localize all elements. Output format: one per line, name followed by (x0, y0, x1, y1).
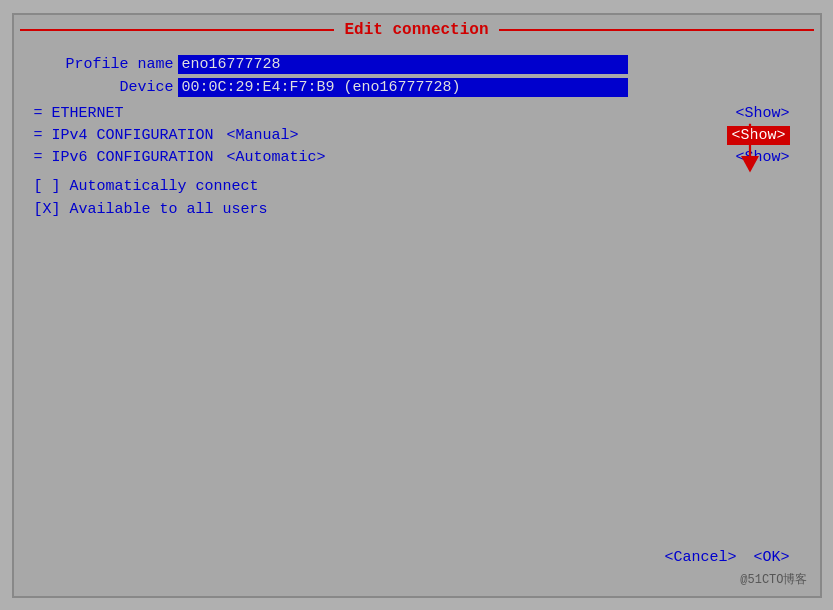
device-row: Device 00:0C:29:E4:F7:B9 (eno16777728) (34, 78, 800, 97)
ethernet-section-row: = ETHERNET <Show> (34, 105, 800, 122)
title-bar: Edit connection (14, 15, 820, 45)
content-area: Profile name eno16777728 Device 00:0C:29… (14, 45, 820, 234)
ethernet-show-button[interactable]: <Show> (735, 105, 789, 122)
bottom-buttons-area: <Cancel> <OK> (664, 549, 789, 566)
auto-connect-row[interactable]: [ ] Automatically connect (34, 178, 800, 195)
device-label: Device (34, 79, 174, 96)
profile-name-row: Profile name eno16777728 (34, 55, 800, 74)
profile-name-label: Profile name (34, 56, 174, 73)
auto-connect-label: [ ] Automatically connect (34, 178, 259, 195)
available-users-row[interactable]: [X] Available to all users (34, 201, 800, 218)
ipv6-show-button[interactable]: <Show> (735, 149, 789, 166)
device-value[interactable]: 00:0C:29:E4:F7:B9 (eno16777728) (178, 78, 628, 97)
ipv6-label: = IPv6 CONFIGURATION <Automatic> (34, 149, 326, 166)
title-text: Edit connection (340, 21, 492, 39)
profile-name-value[interactable]: eno16777728 (178, 55, 628, 74)
ipv6-section-row: = IPv6 CONFIGURATION <Automatic> <Show> (34, 149, 800, 166)
cancel-button[interactable]: <Cancel> (664, 549, 736, 566)
terminal-window: Edit connection Profile name eno16777728… (12, 13, 822, 598)
ipv4-section-row: = IPv4 CONFIGURATION <Manual> <Show> (34, 126, 800, 145)
ethernet-label: = ETHERNET (34, 105, 124, 122)
ipv4-show-button[interactable]: <Show> (727, 126, 789, 145)
watermark: @51CTO博客 (740, 571, 807, 588)
available-users-label: [X] Available to all users (34, 201, 268, 218)
ok-button[interactable]: <OK> (753, 549, 789, 566)
ipv4-label: = IPv4 CONFIGURATION <Manual> (34, 127, 299, 144)
